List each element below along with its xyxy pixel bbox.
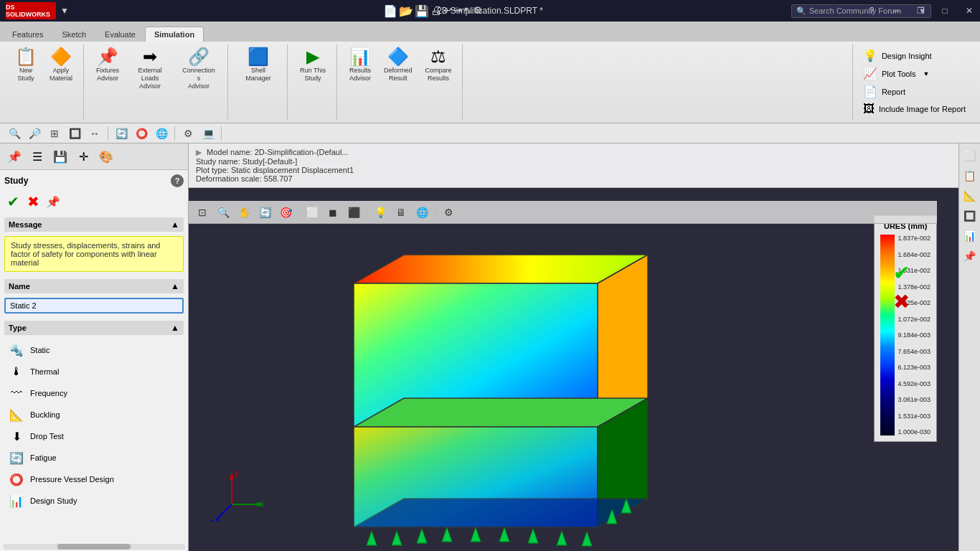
include-image-icon: 🖼 — [863, 103, 875, 116]
study-cancel-btn[interactable]: ✖ — [24, 193, 42, 210]
ribbon-group-run: ▶ Run ThisStudy — [289, 44, 337, 120]
external-loads-button[interactable]: ➡ External LoadsAdvisor — [127, 44, 173, 93]
vt-shaded[interactable]: ◼ — [324, 203, 342, 222]
deformed-result-button[interactable]: 🔷 DeformedResult — [379, 44, 418, 86]
type-item-frequency[interactable]: 〰 Frequency — [4, 382, 184, 404]
svg-marker-4 — [354, 398, 648, 427]
vt-rotate[interactable]: 🔄 — [255, 203, 274, 222]
type-item-buckling[interactable]: 📐 Buckling — [4, 404, 184, 425]
include-image-button[interactable]: 🖼 Include Image for Report — [859, 101, 970, 117]
ribbon-group-run-items: ▶ Run ThisStudy — [295, 44, 331, 120]
study-confirm-btn[interactable]: ✔ — [4, 193, 22, 210]
toolbar-view-btn-4[interactable]: 🔲 — [66, 125, 83, 142]
lp-btn-color[interactable]: 🎨 — [96, 146, 116, 166]
quick-access-save[interactable]: 💾 — [415, 4, 429, 18]
type-item-static[interactable]: 🔩 Static — [4, 339, 184, 361]
minimize-btn[interactable]: ─ — [885, 0, 907, 22]
study-pin-btn[interactable]: 📌 — [44, 193, 62, 210]
toolbar-view-btn-10[interactable]: 💻 — [199, 125, 217, 142]
restore-btn[interactable]: ❐ — [910, 0, 931, 22]
rt-btn-2[interactable]: 📋 — [961, 166, 979, 185]
vt-sep-2 — [367, 205, 367, 220]
toolbar-view-btn-5[interactable]: ↔ — [86, 125, 103, 142]
message-toggle[interactable]: ▲ — [171, 220, 179, 230]
type-item-fatigue[interactable]: 🔄 Fatigue — [4, 447, 184, 468]
type-item-design-study[interactable]: 📊 Design Study — [4, 490, 184, 512]
toolbar-view-btn-6[interactable]: 🔄 — [113, 125, 130, 142]
tab-features[interactable]: Features — [3, 27, 52, 42]
vt-appear[interactable]: 🌐 — [413, 203, 431, 222]
shell-manager-label: Shell Manager — [240, 67, 276, 83]
tab-simulation[interactable]: Simulation — [145, 27, 204, 42]
tab-sketch[interactable]: Sketch — [52, 27, 95, 42]
vt-zoom-pan[interactable]: ✋ — [235, 203, 253, 222]
rt-btn-4[interactable]: 🔲 — [961, 207, 979, 225]
toolbar-view-btn-9[interactable]: ⚙ — [179, 125, 197, 142]
toolbar-view-btn-8[interactable]: 🌐 — [153, 125, 170, 142]
toolbar-view-btn-3[interactable]: ⊞ — [46, 125, 63, 142]
help-btn[interactable]: ? — [861, 0, 882, 22]
vt-section[interactable]: ⬛ — [344, 203, 363, 222]
menu-arrow[interactable]: ▼ — [60, 6, 69, 16]
lp-btn-save[interactable]: 💾 — [50, 146, 70, 166]
toolbar-view-btn-2[interactable]: 🔎 — [26, 125, 43, 142]
apply-material-button[interactable]: 🔶 ApplyMaterial — [44, 44, 77, 86]
viewport-cancel-button[interactable]: ✖ — [887, 287, 915, 316]
run-study-button[interactable]: ▶ Run ThisStudy — [295, 44, 331, 86]
connections-icon: 🔗 — [188, 48, 209, 65]
left-panel-toolbar: 📌 ☰ 💾 ✛ 🎨 — [0, 143, 188, 170]
new-study-label: NewStudy — [17, 67, 34, 83]
ribbon-group-results: 📊 ResultsAdvisor 🔷 DeformedResult ⚖ Comp… — [339, 44, 463, 120]
type-toggle[interactable]: ▲ — [171, 323, 179, 333]
vt-view-orient[interactable]: 🎯 — [276, 203, 295, 222]
fixtures-advisor-button[interactable]: 📌 FixturesAdvisor — [91, 44, 124, 86]
horizontal-scrollbar[interactable] — [57, 544, 131, 550]
thermal-icon: 🌡 — [9, 364, 24, 380]
toolbar-sep-2 — [174, 126, 175, 141]
maximize-btn[interactable]: □ — [934, 0, 956, 22]
study-help-button[interactable]: ? — [171, 174, 184, 187]
vt-settings[interactable]: ⚙ — [439, 203, 458, 222]
plot-tools-label: Plot Tools — [882, 70, 916, 78]
quick-access-open[interactable]: 📂 — [399, 4, 413, 18]
rt-btn-5[interactable]: 📊 — [961, 227, 979, 245]
report-icon: 📄 — [863, 85, 877, 98]
study-header: Study ? — [4, 174, 184, 187]
type-item-pressure[interactable]: ⭕ Pressure Vessel Design — [4, 468, 184, 490]
viewport[interactable]: ▶ Model name: 2D-Simplification-(Defaul.… — [189, 143, 958, 551]
vt-zoom-fit[interactable]: ⊡ — [193, 203, 212, 222]
vt-zoom-area[interactable]: 🔍 — [214, 203, 232, 222]
compare-results-button[interactable]: ⚖ CompareResults — [420, 44, 456, 86]
lp-btn-target[interactable]: ✛ — [73, 146, 93, 166]
rt-btn-3[interactable]: 📐 — [961, 187, 979, 205]
vt-wireframe[interactable]: ⬜ — [303, 203, 321, 222]
vt-lights[interactable]: 💡 — [371, 203, 390, 222]
tab-evaluate[interactable]: Evaluate — [95, 27, 145, 42]
connections-button[interactable]: 🔗 ConnectionsAdvisor — [176, 44, 222, 93]
report-button[interactable]: 📄 Report — [859, 83, 970, 100]
toolbar-view-btn-1[interactable]: 🔍 — [6, 125, 23, 142]
shell-manager-button[interactable]: 🟦 Shell Manager — [235, 44, 281, 86]
rt-btn-6[interactable]: 📌 — [961, 247, 979, 265]
rt-btn-1[interactable]: ⬜ — [961, 146, 979, 165]
type-item-thermal[interactable]: 🌡 Thermal — [4, 361, 184, 382]
new-study-button[interactable]: 📋 NewStudy — [10, 44, 42, 86]
design-insight-button[interactable]: 💡 Design Insight — [859, 47, 970, 64]
lp-btn-pin[interactable]: 📌 — [4, 146, 24, 166]
study-name-input[interactable] — [4, 298, 184, 314]
close-btn[interactable]: ✕ — [958, 0, 980, 22]
type-item-drop-test[interactable]: ⬇ Drop Test — [4, 425, 184, 447]
vt-display[interactable]: 🖥 — [392, 203, 410, 222]
name-toggle[interactable]: ▲ — [171, 281, 179, 291]
study-title: Study — [4, 176, 28, 186]
lp-btn-list[interactable]: ☰ — [27, 146, 47, 166]
title-bar: DS SOLIDWORKS ▼ 📄 📂 💾 🖨 ↩ ↪ ↖ ⚙ 2D Simpl… — [0, 0, 980, 22]
viewport-confirm-button[interactable]: ✔ — [887, 258, 915, 287]
toolbar-view-btn-7[interactable]: ⭕ — [133, 125, 150, 142]
quick-access-new[interactable]: 📄 — [383, 4, 397, 18]
legend-val-7: 7.654e-003 — [897, 348, 930, 355]
results-advisor-button[interactable]: 📊 ResultsAdvisor — [344, 44, 376, 86]
ribbon-right-group: 💡 Design Insight 📈 Plot Tools ▼ 📄 Report… — [852, 44, 976, 120]
plot-tools-button[interactable]: 📈 Plot Tools ▼ — [859, 65, 970, 82]
study-panel: Study ? ✔ ✖ 📌 Message ▲ Study stresses, … — [0, 170, 188, 541]
